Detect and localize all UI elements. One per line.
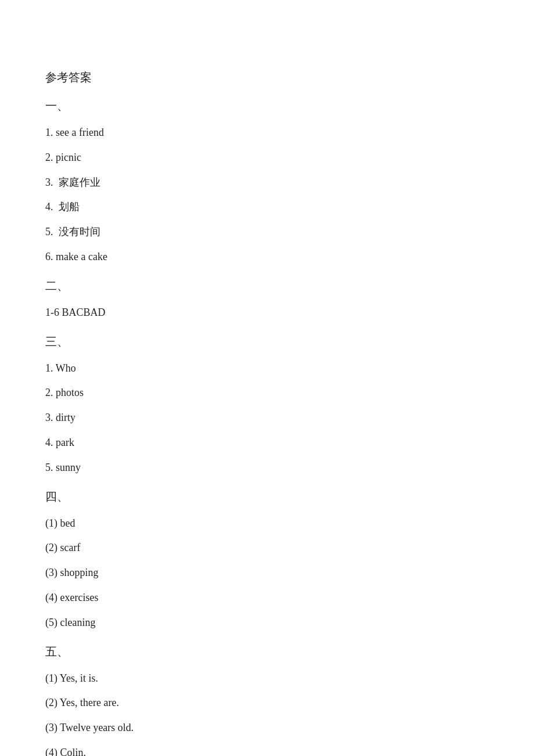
list-item: 3. 家庭作业 bbox=[45, 174, 489, 191]
list-item: (4) Colin. bbox=[45, 744, 489, 756]
list-item: (4) exercises bbox=[45, 589, 489, 606]
section-5-label: 五、 bbox=[45, 644, 489, 660]
section-2-block: 二、 1-6 BACBAD bbox=[45, 278, 489, 321]
list-item: 1. Who bbox=[45, 360, 489, 377]
list-item: (2) Yes, there are. bbox=[45, 694, 489, 711]
section-4-block: 四、 (1) bed (2) scarf (3) shopping (4) ex… bbox=[45, 489, 489, 631]
list-item: (3) shopping bbox=[45, 564, 489, 581]
list-item: 1. see a friend bbox=[45, 124, 489, 141]
list-item: (2) scarf bbox=[45, 539, 489, 556]
section-2-label: 二、 bbox=[45, 278, 489, 294]
section-5-block: 五、 (1) Yes, it is. (2) Yes, there are. (… bbox=[45, 644, 489, 756]
section-4-label: 四、 bbox=[45, 489, 489, 505]
list-item: 2. picnic bbox=[45, 149, 489, 166]
list-item: 4. 划船 bbox=[45, 199, 489, 215]
list-item: 5. 没有时间 bbox=[45, 224, 489, 240]
list-item: 5. sunny bbox=[45, 459, 489, 476]
answer-main-title: 参考答案 bbox=[45, 70, 489, 85]
list-item: 6. make a cake bbox=[45, 249, 489, 265]
list-item: 2. photos bbox=[45, 384, 489, 401]
list-item-cleaning: (5) cleaning bbox=[45, 614, 489, 631]
list-item: 3. dirty bbox=[45, 409, 489, 426]
section-3-label: 三、 bbox=[45, 334, 489, 350]
list-item: (1) bed bbox=[45, 515, 489, 532]
page-content: 参考答案 一、 1. see a friend 2. picnic 3. 家庭作… bbox=[0, 0, 534, 756]
list-item: (3) Twelve years old. bbox=[45, 719, 489, 736]
section-1-label: 一、 bbox=[45, 98, 489, 114]
section-3-block: 三、 1. Who 2. photos 3. dirty 4. park 5. … bbox=[45, 334, 489, 476]
list-item: 4. park bbox=[45, 434, 489, 451]
section-1-block: 一、 1. see a friend 2. picnic 3. 家庭作业 4. … bbox=[45, 98, 489, 265]
answer-header-block: 参考答案 bbox=[45, 70, 489, 85]
list-item: (1) Yes, it is. bbox=[45, 670, 489, 687]
list-item: 1-6 BACBAD bbox=[45, 304, 489, 321]
